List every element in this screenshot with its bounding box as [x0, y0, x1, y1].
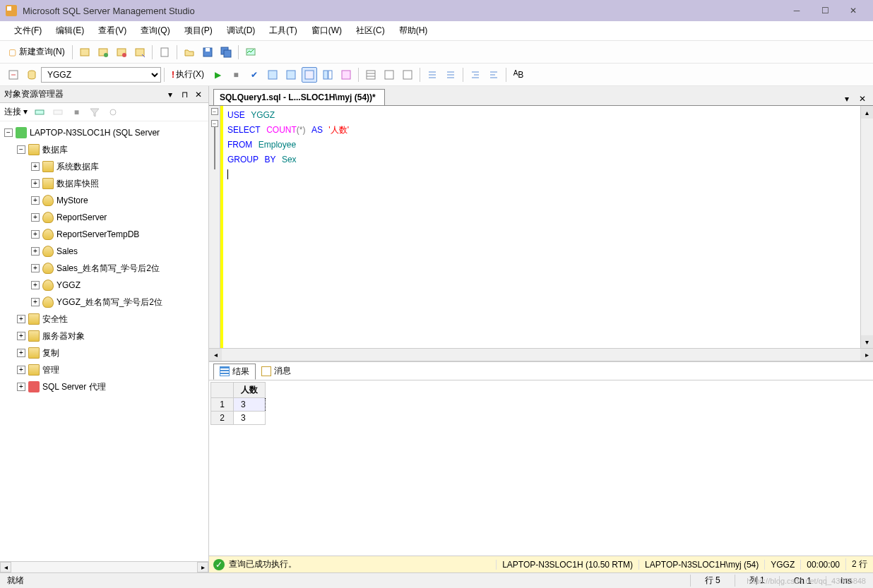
scroll-right-icon[interactable]: ▸	[197, 562, 208, 572]
toolbar-icon[interactable]	[265, 67, 280, 83]
menu-project[interactable]: 项目(P)	[177, 22, 220, 40]
minimize-button[interactable]: ─	[783, 0, 811, 21]
toolbar-icon[interactable]	[114, 44, 129, 60]
tree-databases-folder[interactable]: −数据库	[0, 141, 208, 158]
save-all-icon[interactable]	[218, 44, 234, 60]
change-connection-icon[interactable]	[6, 67, 21, 83]
database-combobox[interactable]: YGGZ	[41, 67, 161, 83]
dropdown-icon[interactable]: ▾	[165, 89, 176, 100]
scroll-track[interactable]	[222, 349, 860, 361]
table-row[interactable]: 23	[211, 412, 266, 425]
close-button[interactable]: ✕	[839, 0, 867, 21]
tab-close-icon[interactable]: ✕	[856, 92, 869, 105]
object-tree[interactable]: −LAPTOP-N3SLOC1H (SQL Server −数据库 +系统数据库…	[0, 121, 208, 561]
toolbar-icon[interactable]	[77, 44, 93, 60]
tree-db-node[interactable]: +YGGZ	[0, 277, 208, 294]
scroll-track[interactable]	[861, 119, 873, 335]
code-area[interactable]: USE YGGZ SELECT COUNT(*) AS '人数' FROM Em…	[223, 106, 860, 348]
tree-db-node[interactable]: +ReportServerTempDB	[0, 226, 208, 243]
cell[interactable]: 3	[234, 398, 266, 412]
stop-icon[interactable]: ■	[228, 67, 244, 83]
menu-edit[interactable]: 编辑(E)	[49, 22, 91, 40]
toolbar-icon[interactable]	[381, 67, 397, 83]
toolbar-icon[interactable]	[400, 67, 415, 83]
pin-icon[interactable]: ⊓	[179, 89, 190, 100]
available-databases-icon[interactable]	[24, 67, 40, 83]
tree-replication-folder[interactable]: +复制	[0, 344, 208, 361]
tree-sql-agent[interactable]: +SQL Server 代理	[0, 378, 208, 395]
tab-dropdown-icon[interactable]: ▾	[841, 92, 853, 105]
scroll-up-icon[interactable]: ▴	[861, 106, 873, 119]
indent-icon[interactable]	[468, 67, 483, 83]
tree-management-folder[interactable]: +管理	[0, 361, 208, 378]
toolbar-icon[interactable]	[132, 44, 148, 60]
scroll-right-icon[interactable]: ▸	[860, 349, 873, 361]
comment-icon[interactable]	[424, 67, 440, 83]
fold-gutter[interactable]: − −	[209, 106, 220, 348]
tab-label: 结果	[232, 366, 249, 378]
menu-help[interactable]: 帮助(H)	[392, 22, 435, 40]
tree-db-node[interactable]: +Sales	[0, 243, 208, 260]
menu-view[interactable]: 查看(V)	[91, 22, 133, 40]
open-icon[interactable]	[182, 44, 197, 60]
debug-play-icon[interactable]: ▶	[210, 67, 225, 83]
outdent-icon[interactable]	[486, 67, 501, 83]
connect-button[interactable]: 连接 ▾	[4, 106, 28, 118]
sql-editor[interactable]: − − USE YGGZ SELECT COUNT(*) AS '人数' FRO…	[209, 106, 873, 348]
connect-icon[interactable]	[32, 104, 47, 120]
toolbar-icon[interactable]	[338, 67, 354, 83]
parse-icon[interactable]: ✔	[247, 67, 262, 83]
fold-icon[interactable]: −	[211, 120, 218, 127]
close-panel-icon[interactable]: ✕	[193, 89, 204, 100]
toolbar-icon[interactable]	[283, 67, 299, 83]
scroll-left-icon[interactable]: ◂	[0, 562, 11, 572]
tree-db-node[interactable]: +ReportServer	[0, 209, 208, 226]
document-tab[interactable]: SQLQuery1.sql - L...SLOC1H\myj (54))*	[213, 89, 385, 105]
menu-community[interactable]: 社区(C)	[349, 22, 392, 40]
refresh-icon[interactable]	[105, 104, 121, 120]
maximize-button[interactable]: ☐	[811, 0, 839, 21]
save-icon[interactable]	[200, 44, 215, 60]
stop-icon[interactable]: ■	[69, 104, 84, 120]
fold-icon[interactable]: −	[211, 108, 218, 115]
editor-hscrollbar[interactable]: ◂ ▸	[209, 348, 873, 361]
scroll-left-icon[interactable]: ◂	[209, 349, 222, 361]
messages-tab[interactable]: 消息	[256, 364, 297, 378]
explorer-hscrollbar[interactable]: ◂ ▸	[0, 561, 208, 572]
execute-button[interactable]: ! 执行(X)	[167, 67, 208, 82]
tree-system-databases[interactable]: +系统数据库	[0, 158, 208, 175]
activity-monitor-icon[interactable]	[243, 44, 259, 60]
menu-tools[interactable]: 工具(T)	[262, 22, 304, 40]
results-grid[interactable]: 人数 13 23	[209, 380, 873, 556]
toolbar-icon[interactable]	[95, 44, 111, 60]
menu-window[interactable]: 窗口(W)	[304, 22, 349, 40]
tree-db-node[interactable]: +MyStore	[0, 192, 208, 209]
disconnect-icon[interactable]	[50, 104, 66, 120]
separator	[463, 68, 463, 82]
specify-values-icon[interactable]: AB	[511, 67, 526, 83]
tree-db-node[interactable]: +Sales_姓名简写_学号后2位	[0, 260, 208, 277]
toolbar-icon[interactable]	[363, 67, 379, 83]
tree-db-node[interactable]: +YGGZ_姓名简写_学号后2位	[0, 294, 208, 311]
uncomment-icon[interactable]	[443, 67, 458, 83]
tree-server-node[interactable]: −LAPTOP-N3SLOC1H (SQL Server	[0, 124, 208, 141]
toolbar-icon[interactable]	[302, 67, 317, 83]
results-tab[interactable]: 结果	[213, 364, 256, 380]
scroll-track[interactable]	[11, 562, 197, 572]
tree-security-folder[interactable]: +安全性	[0, 311, 208, 328]
cell[interactable]: 3	[234, 412, 266, 425]
node-label: Sales	[57, 246, 78, 256]
menu-file[interactable]: 文件(F)	[7, 22, 49, 40]
tree-db-snapshot[interactable]: +数据库快照	[0, 175, 208, 192]
scroll-down-icon[interactable]: ▾	[861, 335, 873, 348]
toolbar-icon[interactable]	[157, 44, 172, 60]
tree-server-objects-folder[interactable]: +服务器对象	[0, 328, 208, 344]
table-row[interactable]: 13	[211, 398, 266, 412]
column-header[interactable]: 人数	[234, 383, 266, 398]
menu-debug[interactable]: 调试(D)	[220, 22, 263, 40]
toolbar-icon[interactable]	[320, 67, 335, 83]
new-query-button[interactable]: ▢ 新建查询(N)	[4, 44, 69, 59]
menu-query[interactable]: 查询(Q)	[133, 22, 177, 40]
editor-vscrollbar[interactable]: ▴ ▾	[860, 106, 873, 348]
filter-icon[interactable]	[87, 104, 102, 120]
